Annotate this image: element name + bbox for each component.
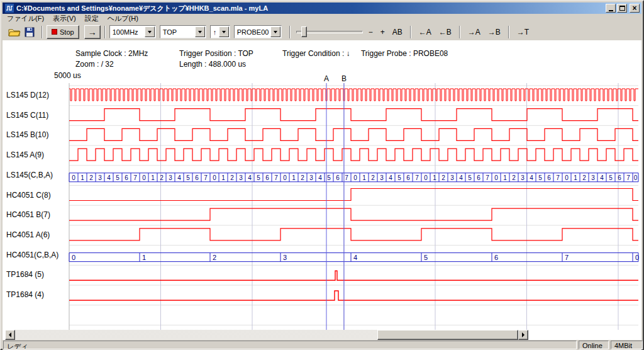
app-icon [5, 4, 14, 13]
goto-trigger-button[interactable]: →T [514, 26, 531, 38]
trigger-condition-value: Trigger Condition : ↓ [282, 49, 350, 58]
goto-b-left-button[interactable]: ←B [436, 26, 454, 38]
save-file-button[interactable] [23, 25, 36, 39]
channel-label: LS145(C,B,A) [6, 171, 53, 179]
channel-label: TP1684 (4) [6, 290, 44, 299]
window-controls: × [606, 4, 640, 13]
scrollbar-thumb[interactable] [377, 330, 518, 340]
time-scale-label: 5000 us [54, 71, 81, 80]
channel-label: LS145 A(9) [6, 150, 44, 159]
dropdown-arrow-icon[interactable] [219, 26, 229, 37]
channel-label: HC4051 A(6) [6, 230, 50, 239]
run-arrow-icon: → [88, 27, 97, 37]
sample-clock-combo[interactable]: 100MHz [109, 25, 156, 38]
toolbar: Stop → 100MHz TOP ↑ PROBE00 − + AB [3, 23, 641, 40]
trigger-position-value: TOP [160, 28, 194, 36]
sample-clock-value: 100MHz [110, 28, 144, 36]
status-online: Online [579, 341, 609, 349]
toolbar-separator [289, 26, 291, 38]
trigger-position-text: Trigger Position : TOP [179, 49, 253, 58]
chevron-down-icon [198, 31, 202, 35]
slider-thumb[interactable] [301, 26, 307, 37]
channel-label: LS145 B(10) [6, 130, 48, 139]
trigger-position-combo[interactable]: TOP [160, 25, 206, 38]
app-window: C:¥Documents and Settings¥noname¥デスクトップ¥… [0, 0, 644, 350]
scroll-right-button[interactable] [518, 330, 528, 340]
trigger-edge-combo[interactable]: ↑ [210, 25, 230, 38]
menubar: ファイル(F) 表示(V) 設定 ヘルプ(H) [3, 14, 641, 23]
stop-label: Stop [60, 28, 74, 36]
channel-label: TP1684 (5) [6, 270, 44, 279]
stop-icon [52, 29, 57, 35]
goto-b-right-button[interactable]: →B [486, 26, 503, 38]
close-icon: × [632, 5, 636, 11]
toolbar-separator [508, 26, 509, 38]
trigger-probe-text: Trigger Probe : PROBE08 [361, 49, 448, 58]
sample-clock-text: Sample Clock : 2MHz [75, 49, 148, 58]
channel-label: LS145 C(11) [6, 111, 48, 120]
zoom-slider[interactable] [294, 25, 365, 39]
open-file-button[interactable] [8, 25, 21, 39]
menu-settings[interactable]: 設定 [80, 13, 103, 24]
toolbar-separator [42, 26, 43, 38]
arrow-left-icon [6, 332, 11, 337]
trigger-condition-text: Trigger Condition : ↓ Trigger Probe : PR… [282, 49, 448, 58]
run-button[interactable]: → [84, 25, 101, 39]
folder-open-icon [8, 27, 21, 37]
zoom-in-button[interactable]: + [378, 26, 387, 38]
floppy-disk-icon [25, 27, 35, 37]
trigger-probe-value: PROBE00 [235, 28, 270, 36]
titlebar[interactable]: C:¥Documents and Settings¥noname¥デスクトップ¥… [3, 3, 641, 14]
stop-button[interactable]: Stop [47, 25, 79, 39]
trigger-edge-value: ↑ [211, 28, 218, 36]
goto-a-right-button[interactable]: →A [465, 26, 483, 38]
status-message: レディ [3, 341, 577, 349]
goto-a-left-button[interactable]: ←A [416, 26, 434, 38]
dropdown-arrow-icon[interactable] [270, 26, 280, 37]
dropdown-arrow-icon[interactable] [145, 26, 155, 37]
arrow-right-icon [522, 332, 527, 337]
toolbar-separator [104, 26, 106, 38]
zoom-out-button[interactable]: − [366, 26, 375, 38]
trigger-probe-combo[interactable]: PROBE00 [234, 25, 282, 38]
content-area [3, 40, 641, 340]
menu-view[interactable]: 表示(V) [48, 13, 80, 24]
statusbar: レディ Online 4MBit [3, 340, 641, 350]
ab-range-button[interactable]: AB [390, 26, 405, 38]
horizontal-scrollbar[interactable] [5, 330, 528, 340]
scroll-left-button[interactable] [5, 330, 15, 340]
status-memory: 4MBit [611, 341, 643, 349]
maximize-icon [619, 6, 625, 11]
dropdown-arrow-icon[interactable] [195, 26, 205, 37]
chevron-down-icon [148, 31, 152, 35]
channel-label: HC4051 B(7) [6, 210, 50, 219]
menu-file[interactable]: ファイル(F) [3, 13, 48, 24]
close-button[interactable]: × [630, 4, 640, 13]
chevron-down-icon [274, 31, 277, 35]
length-text: Length : 488.000 us [179, 60, 246, 69]
zoom-text: Zoom : / 32 [75, 60, 114, 69]
toolbar-separator [459, 26, 460, 38]
menu-help[interactable]: ヘルプ(H) [103, 13, 143, 24]
minimize-button[interactable] [606, 4, 616, 13]
toolbar-separator [410, 26, 411, 38]
minimize-icon [609, 10, 613, 11]
channel-label: LS145 D(12) [6, 91, 49, 99]
channel-label: HC4051(C,B,A) [6, 251, 58, 259]
maximize-button[interactable] [617, 4, 627, 13]
chevron-down-icon [222, 31, 226, 35]
channel-label: HC4051 C(8) [6, 191, 51, 200]
window-title: C:¥Documents and Settings¥noname¥デスクトップ¥… [16, 4, 606, 13]
